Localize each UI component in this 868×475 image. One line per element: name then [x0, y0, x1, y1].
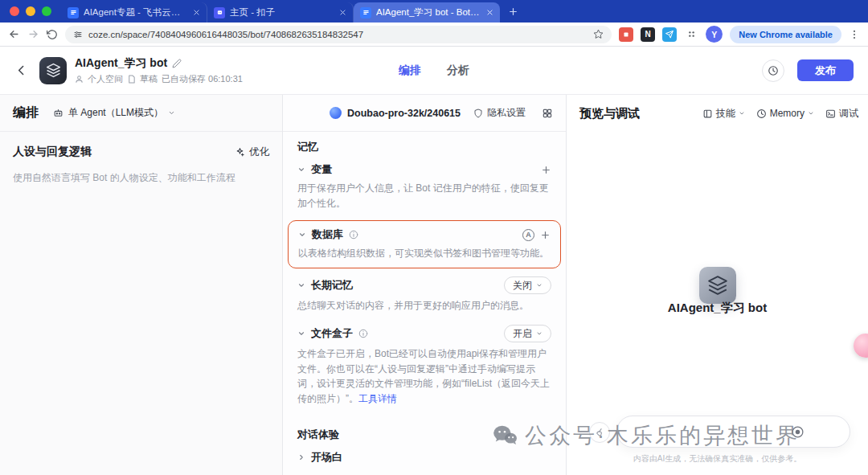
- profile-avatar[interactable]: Y: [706, 26, 723, 43]
- tab-orchestrate[interactable]: 编排: [399, 63, 421, 78]
- memory-dropdown[interactable]: Memory: [756, 108, 814, 119]
- skills-dropdown[interactable]: 技能: [702, 107, 745, 121]
- filebox-row[interactable]: 文件盒子 开启: [296, 318, 553, 346]
- preview-bot-name: AIAgent_学习 bot: [567, 301, 868, 316]
- chevron-right-icon: [297, 453, 305, 461]
- back-button[interactable]: [8, 28, 20, 40]
- filebox-desc: 文件盒子已开启，Bot已经可以自动使用api保存和管理用户文件。你也可以在“人设…: [296, 346, 553, 411]
- database-highlight-box: 数据库 A 以表格结构组织数据，可实现类似书签和图书管理等功能。: [288, 220, 561, 268]
- version-history-button[interactable]: [762, 59, 784, 82]
- browser-menu-dots-icon[interactable]: [849, 29, 860, 40]
- tab-close-icon[interactable]: [486, 9, 493, 16]
- bot-meta: 个人空间 草稿 已自动保存 06:10:31: [75, 73, 243, 85]
- clear-context-button[interactable]: [589, 422, 610, 443]
- header-actions: 发布: [762, 59, 854, 82]
- browser-tab-coze-home[interactable]: 主页 - 扣子: [207, 2, 354, 23]
- model-selector[interactable]: Doubao-pro-32k/240615: [330, 107, 461, 119]
- longterm-label: 长期记忆: [311, 278, 353, 293]
- tab-close-icon[interactable]: [193, 9, 200, 16]
- suggestion-row[interactable]: 用户问题建议 开启: [296, 469, 553, 475]
- extension-icon-red[interactable]: [619, 27, 633, 42]
- chevron-down-icon: [808, 110, 814, 117]
- maximize-window-button[interactable]: [42, 6, 51, 16]
- tab-analyze[interactable]: 分析: [447, 63, 469, 78]
- auto-call-icon[interactable]: A: [522, 229, 534, 241]
- extensions-puzzle-icon[interactable]: [684, 27, 698, 42]
- agent-icon: [53, 108, 63, 118]
- database-row[interactable]: 数据库 A: [297, 221, 552, 246]
- orchestrate-bar: 编排 单 Agent（LLM模式）: [0, 95, 282, 132]
- extension-icon-telegram[interactable]: [662, 27, 677, 42]
- publish-button[interactable]: 发布: [797, 59, 854, 81]
- tab-title: AIAgent专题 - 飞书云文档: [84, 6, 188, 18]
- add-database-button[interactable]: [540, 230, 551, 240]
- address-bar[interactable]: coze.cn/space/7408404960616448035/bot/74…: [65, 26, 612, 43]
- site-settings-icon[interactable]: [73, 30, 83, 39]
- add-variable-button[interactable]: [541, 165, 551, 175]
- skills-icon: [702, 109, 713, 119]
- model-bar: Doubao-pro-32k/240615 隐私设置: [283, 95, 566, 132]
- filebox-toggle-dropdown[interactable]: 开启: [504, 325, 551, 342]
- workspace-label: 个人空间: [88, 73, 123, 85]
- info-icon: [358, 329, 368, 338]
- minimize-window-button[interactable]: [26, 6, 35, 16]
- database-desc: 以表格结构组织数据，可实现类似书签和图书管理等功能。: [297, 246, 552, 266]
- model-name: Doubao-pro-32k/240615: [347, 108, 461, 119]
- forward-button[interactable]: [27, 28, 39, 40]
- doubao-logo-icon: [330, 107, 342, 119]
- chat-input[interactable]: [616, 416, 850, 448]
- opening-dialog-row[interactable]: 开场白: [296, 444, 553, 469]
- reload-button[interactable]: [47, 29, 58, 40]
- privacy-settings-button[interactable]: 隐私设置: [473, 106, 526, 120]
- memory-panel: 记忆 变量 用于保存用户个人信息，让 Bot 记住用户的特征，使回复更加个性化。…: [283, 132, 566, 475]
- chevron-down-icon: [536, 330, 542, 337]
- editor-main: 编排 单 Agent（LLM模式） 人设与回复逻辑 优化 使用自然语言填写 Bo…: [0, 95, 868, 475]
- preview-column: 预览与调试 技能 Memory 调试 AIAgent_学习: [567, 95, 868, 475]
- browser-window: AIAgent专题 - 飞书云文档 主页 - 扣子 AIAgent_学习 bot…: [0, 0, 868, 475]
- debug-button[interactable]: 调试: [825, 107, 858, 121]
- chevron-down-icon: [168, 109, 175, 117]
- memory-column: Doubao-pro-32k/240615 隐私设置 记忆 变量 用于保存用户个…: [283, 95, 567, 475]
- close-window-button[interactable]: [10, 6, 19, 16]
- optimize-label: 优化: [249, 145, 269, 159]
- bookmark-star-icon[interactable]: [593, 29, 604, 39]
- draft-icon: [127, 75, 136, 84]
- chrome-update-chip[interactable]: New Chrome available: [730, 26, 841, 43]
- extension-icon-n[interactable]: N: [641, 27, 655, 42]
- info-icon: [349, 230, 358, 240]
- agent-mode-selector[interactable]: 单 Agent（LLM模式）: [53, 106, 175, 120]
- browser-tab-bot-editor[interactable]: AIAgent_学习 bot - Bots - 扣: [354, 2, 500, 23]
- longterm-toggle-dropdown[interactable]: 关闭: [504, 276, 551, 294]
- privacy-icon: [473, 109, 483, 118]
- preview-bar: 预览与调试 技能 Memory 调试: [567, 95, 868, 132]
- debug-label: 调试: [839, 107, 858, 121]
- autosave-label: 已自动保存 06:10:31: [162, 73, 243, 85]
- persona-editor[interactable]: 使用自然语言填写 Bot 的人物设定、功能和工作流程: [0, 164, 282, 192]
- longterm-state: 关闭: [513, 280, 532, 291]
- back-to-bots-button[interactable]: [14, 63, 28, 77]
- memory-label: Memory: [770, 108, 805, 119]
- preview-title: 预览与调试: [579, 106, 640, 121]
- persona-header: 人设与回复逻辑 优化: [0, 132, 282, 164]
- window-controls: [5, 0, 61, 23]
- new-tab-button[interactable]: [500, 6, 526, 17]
- url-text[interactable]: coze.cn/space/7408404960616448035/bot/74…: [88, 30, 588, 39]
- browser-tab-feishu[interactable]: AIAgent专题 - 飞书云文档: [61, 2, 207, 23]
- longterm-memory-row[interactable]: 长期记忆 关闭: [296, 270, 553, 298]
- filebox-state: 开启: [513, 328, 532, 339]
- edit-name-icon[interactable]: [172, 59, 182, 68]
- chat-experience-title: 对话体验: [296, 420, 553, 444]
- chevron-down-icon: [297, 330, 305, 338]
- variable-desc: 用于保存用户个人信息，让 Bot 记住用户的特征，使回复更加个性化。: [296, 181, 553, 215]
- optimize-button[interactable]: 优化: [235, 145, 269, 159]
- filebox-label: 文件盒子: [311, 326, 353, 341]
- chevron-down-icon: [298, 231, 306, 239]
- layout-grid-icon[interactable]: [542, 108, 553, 119]
- browser-tab-strip: AIAgent专题 - 飞书云文档 主页 - 扣子 AIAgent_学习 bot…: [0, 0, 868, 23]
- chevron-down-icon: [297, 166, 305, 174]
- send-icon[interactable]: [791, 425, 805, 439]
- longterm-desc: 总结聊天对话的内容，并用于更好的响应用户的消息。: [296, 298, 553, 318]
- variable-row[interactable]: 变量: [296, 156, 553, 181]
- tab-close-icon[interactable]: [339, 9, 346, 16]
- tool-details-link[interactable]: 工具详情: [358, 393, 397, 404]
